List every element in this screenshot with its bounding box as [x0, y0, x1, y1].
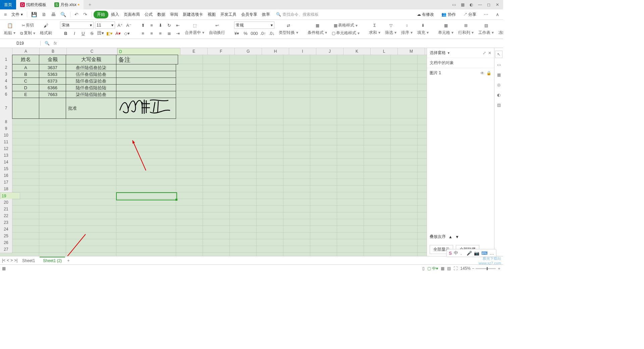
border-button[interactable]: 田▾: [97, 30, 104, 37]
row-header-20[interactable]: 20: [0, 199, 12, 206]
paste-button[interactable]: 📋: [6, 22, 14, 29]
col-header-D[interactable]: D: [117, 48, 180, 55]
font-select[interactable]: 宋体▾: [60, 21, 94, 29]
cell-A7[interactable]: [12, 98, 39, 119]
cell-A1[interactable]: 姓名: [12, 55, 39, 64]
col-header-L[interactable]: L: [371, 48, 398, 55]
row-header-10[interactable]: 10: [0, 132, 12, 139]
inc-font-icon[interactable]: A⁺: [116, 21, 124, 29]
col-header-B[interactable]: B: [40, 48, 67, 55]
cell-D2[interactable]: [116, 64, 176, 71]
track-changes-button[interactable]: ☁ 有修改: [415, 10, 436, 19]
cond-icon[interactable]: ▦: [314, 22, 321, 29]
col-header-J[interactable]: J: [316, 48, 343, 55]
apps-icon[interactable]: ▦: [460, 2, 466, 7]
fill-icon[interactable]: ⬇: [420, 22, 426, 29]
cell-A2[interactable]: A: [12, 64, 39, 71]
cond-label[interactable]: 条件格式: [306, 29, 328, 36]
maximize-button[interactable]: ◻: [486, 2, 492, 7]
align-right-icon[interactable]: ≡: [157, 30, 164, 37]
tab-layout[interactable]: 页面布局: [122, 10, 142, 19]
cell-C1[interactable]: 大写金额: [66, 55, 116, 64]
row-header-11[interactable]: 11: [0, 139, 12, 146]
collapse-ribbon-icon[interactable]: ∧: [494, 10, 501, 18]
tab-template[interactable]: D找稻壳模板: [16, 0, 50, 9]
cell-A4[interactable]: C: [12, 78, 39, 85]
side-tool-5-icon[interactable]: ▤: [495, 102, 502, 108]
rowcol-icon[interactable]: ⊞: [463, 22, 469, 29]
print-icon[interactable]: 🖶: [49, 10, 58, 18]
percent-icon[interactable]: %: [242, 30, 249, 37]
undo-icon[interactable]: ↶: [72, 10, 80, 18]
row-header-5[interactable]: 5: [0, 84, 12, 91]
sheet-tab-2[interactable]: Sheet1 (2): [40, 257, 65, 264]
align-bot-icon[interactable]: ⬇: [157, 21, 164, 29]
zoom-in-icon[interactable]: ＋: [497, 266, 501, 271]
share-button[interactable]: ↗ 分享: [461, 10, 478, 19]
col-header-I[interactable]: I: [289, 48, 316, 55]
align-left-icon[interactable]: ≡: [139, 30, 147, 37]
bold-button[interactable]: B: [62, 30, 69, 37]
row-header-2[interactable]: 2: [0, 64, 12, 71]
cell-C4[interactable]: 陆仟叁佰柒拾叁: [66, 78, 116, 85]
spreadsheet-grid[interactable]: ABCDEFGHIJKLM 12345678910111213141516171…: [0, 48, 427, 256]
tab-file-current[interactable]: S月份.xlsx•: [50, 0, 84, 9]
size-select[interactable]: 11▾: [95, 21, 115, 29]
align-top-icon[interactable]: ⬆: [139, 21, 147, 29]
wks-icon[interactable]: ▤: [483, 22, 489, 29]
row-header-1[interactable]: 1: [0, 55, 12, 64]
cell-B6[interactable]: 7663: [39, 91, 66, 98]
tab-view[interactable]: 视图: [206, 10, 218, 19]
tblstyle-button[interactable]: ▦ 表格样式: [332, 22, 359, 29]
save-icon[interactable]: 💾: [29, 10, 39, 18]
typeconv-label[interactable]: 类型转换: [277, 29, 300, 36]
lock-icon[interactable]: 🔒: [486, 71, 491, 76]
row-header-16[interactable]: 16: [0, 172, 12, 179]
sum-icon[interactable]: Σ: [372, 22, 377, 29]
strike-button[interactable]: S: [88, 30, 96, 37]
select-tool-icon[interactable]: ↖: [495, 51, 502, 58]
cam-icon[interactable]: 📷: [474, 251, 479, 256]
view-reading-icon[interactable]: ▢ 中▾: [427, 266, 438, 271]
col-header-H[interactable]: H: [262, 48, 289, 55]
cell-D3[interactable]: [116, 71, 176, 78]
col-header-A[interactable]: A: [12, 48, 40, 55]
more-icon[interactable]: ⋯: [482, 10, 490, 18]
cell-D5[interactable]: [116, 84, 176, 91]
close-button[interactable]: ✕: [494, 2, 500, 7]
select-all-corner[interactable]: [0, 48, 12, 55]
tab-formula[interactable]: 公式: [143, 10, 155, 19]
row-header-21[interactable]: 21: [0, 206, 12, 213]
copy-button[interactable]: ⧉ 复制: [19, 30, 37, 37]
underline-button[interactable]: U: [79, 30, 87, 37]
col-header-K[interactable]: K: [343, 48, 371, 55]
send-back-icon[interactable]: ▼: [455, 235, 459, 239]
side-tool-4-icon[interactable]: ◐: [495, 92, 502, 98]
row-header-13[interactable]: 13: [0, 152, 12, 159]
tab-add[interactable]: ＋: [84, 0, 96, 9]
indent-dec-icon[interactable]: ⇤: [174, 21, 181, 29]
row-header-12[interactable]: 12: [0, 145, 12, 152]
col-header-M[interactable]: M: [398, 48, 425, 55]
eye-icon[interactable]: 👁: [480, 71, 484, 76]
align-center-icon[interactable]: ≡: [148, 30, 155, 37]
add-sheet-icon[interactable]: ＋: [66, 258, 70, 263]
cellstyle-button[interactable]: ▢ 单元格样式: [330, 30, 361, 37]
align-mid-icon[interactable]: ≡: [148, 21, 155, 29]
fillcolor-button[interactable]: ◧▾: [106, 30, 113, 37]
row-header-3[interactable]: 3: [0, 71, 12, 78]
tab-home[interactable]: 首页: [0, 0, 16, 9]
orient-icon[interactable]: ↻: [165, 21, 173, 29]
row-header-23[interactable]: 23: [0, 219, 12, 226]
fontcolor-button[interactable]: A▾: [114, 30, 122, 37]
cells-icon[interactable]: ▦: [443, 22, 449, 29]
command-search[interactable]: 🔍查找命令、搜索模板: [276, 12, 319, 17]
view-grid-icon[interactable]: ▦: [441, 266, 444, 271]
zoom-control[interactable]: 145% − ＋: [460, 266, 501, 271]
cell-D4[interactable]: [116, 78, 176, 85]
view-page-icon[interactable]: ▤: [447, 266, 451, 271]
tab-insert[interactable]: 插入: [109, 10, 121, 19]
cell-C2[interactable]: 叁仟陆佰叁拾柒: [66, 64, 116, 71]
wrap-icon[interactable]: ↩: [214, 22, 220, 29]
italic-button[interactable]: I: [71, 30, 78, 37]
